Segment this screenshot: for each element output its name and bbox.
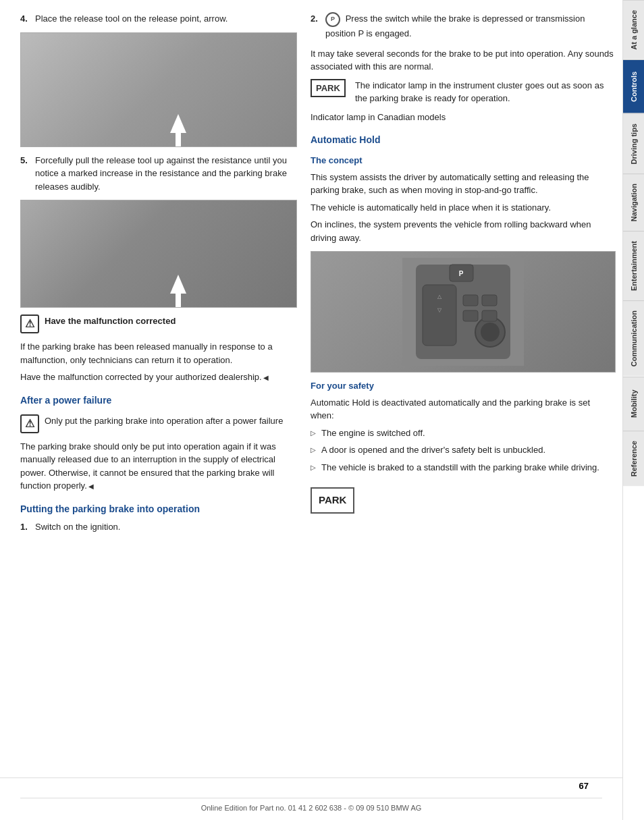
warning-para2: Have the malfunction corrected by your a… [20, 371, 297, 384]
arrow-line-2 [176, 294, 181, 307]
step-4: 4. Place the release tool on the release… [20, 12, 297, 26]
concept-para1: This system assists the driver by automa… [311, 171, 616, 197]
step-1-putting-num: 1. [20, 520, 31, 534]
arrow-icon [170, 114, 186, 133]
tab-at-a-glance[interactable]: At a glance [623, 0, 644, 59]
warning-power-text: Only put the parking brake into operatio… [45, 414, 283, 428]
center-console-image: P △ ▽ [311, 251, 616, 373]
main-content: 4. Place the release tool on the release… [0, 0, 622, 820]
warning-text-block: Have the malfunction corrected [45, 315, 176, 328]
svg-text:▽: ▽ [437, 307, 442, 313]
subsection-heading-safety: For your safety [311, 379, 616, 393]
tab-reference[interactable]: Reference [623, 431, 644, 486]
bullet-item-3: The vehicle is braked to a standstill wi… [311, 461, 616, 474]
power-failure-para: The parking brake should only be put int… [20, 440, 297, 493]
warning-icon-1: ⚠ [20, 315, 39, 333]
svg-text:P: P [459, 270, 464, 277]
park-note-label: Indicator lamp in Canadian models [311, 111, 616, 124]
step-5-text: Forcefully pull the release tool up agai… [35, 154, 297, 194]
svg-rect-9 [463, 295, 478, 306]
center-console-svg: P △ ▽ [402, 258, 524, 366]
park-badge-1: PARK [311, 79, 346, 98]
step-4-num: 4. [20, 12, 31, 26]
step-5-num: 5. [20, 154, 31, 194]
tab-entertainment[interactable]: Entertainment [623, 231, 644, 300]
page-footer-block: 67 Online Edition for Part no. 01 41 2 6… [0, 777, 622, 820]
step5-image [20, 200, 297, 308]
warning-para1: If the parking brake has been released m… [20, 340, 297, 366]
step-2-num: 2. [311, 12, 321, 40]
right-column: 2. P Press the switch while the brake is… [311, 12, 622, 808]
left-column: 4. Place the release tool on the release… [20, 12, 311, 808]
footer-text: Online Edition for Part no. 01 41 2 602 … [20, 798, 602, 815]
tab-driving-tips[interactable]: Driving tips [623, 113, 644, 174]
svg-rect-10 [482, 295, 497, 306]
concept-para2: The vehicle is automatically held in pla… [311, 201, 616, 215]
subsection-heading-concept: The concept [311, 154, 616, 167]
park-badge-bottom: PARK [311, 487, 354, 514]
step4-image [20, 32, 297, 147]
section-heading-putting: Putting the parking brake into operation [20, 502, 297, 516]
warning-title-1: Have the malfunction corrected [45, 316, 176, 326]
bullet-1-text: The engine is switched off. [321, 428, 425, 438]
bullet-3-text: The vehicle is braked to a standstill wi… [321, 462, 599, 472]
tab-navigation[interactable]: Navigation [623, 173, 644, 231]
tab-mobility[interactable]: Mobility [623, 377, 644, 431]
warning-malfunction: ⚠ Have the malfunction corrected [20, 315, 297, 333]
park-badge-bottom-block: PARK [311, 481, 616, 520]
bullet-item-2: A door is opened and the driver's safety… [311, 443, 616, 457]
warning-power-title: Only put the parking brake into operatio… [45, 416, 283, 426]
step-4-text: Place the release tool on the release po… [35, 12, 227, 26]
step-2: 2. P Press the switch while the brake is… [311, 12, 616, 40]
step-5: 5. Forcefully pull the release tool up a… [20, 154, 297, 194]
switch-icon: P [325, 12, 340, 27]
park-note-text: The indicator lamp in the instrument clu… [355, 79, 616, 105]
step-2-content: P Press the switch while the brake is de… [325, 12, 616, 40]
step-2-text: Press the switch while the brake is depr… [325, 13, 585, 38]
step-1-putting-text: Switch on the ignition. [35, 520, 120, 534]
svg-text:△: △ [437, 294, 442, 300]
park-note-block: PARK The indicator lamp in the instrumen… [311, 79, 616, 105]
brake-note-para: It may take several seconds for the brak… [311, 47, 616, 74]
bullet-2-text: A door is opened and the driver's safety… [321, 445, 545, 455]
arrow-icon-2 [170, 275, 186, 294]
svg-rect-12 [482, 310, 497, 321]
warning-power-failure: ⚠ Only put the parking brake into operat… [20, 414, 297, 433]
safety-bullet-list: The engine is switched off. A door is op… [311, 427, 616, 474]
tab-communication[interactable]: Communication [623, 300, 644, 376]
page-number: 67 [20, 781, 602, 791]
side-tab-bar: At a glance Controls Driving tips Naviga… [622, 0, 644, 820]
concept-para3: On inclines, the system prevents the veh… [311, 218, 616, 244]
safety-intro: Automatic Hold is deactivated automatica… [311, 396, 616, 422]
section-heading-power-failure: After a power failure [20, 393, 297, 408]
step-1-putting: 1. Switch on the ignition. [20, 520, 297, 534]
warning-icon-2: ⚠ [20, 414, 39, 433]
section-heading-automatic-hold: Automatic Hold [311, 133, 616, 147]
bullet-item-1: The engine is switched off. [311, 427, 616, 440]
svg-rect-11 [463, 310, 478, 321]
svg-point-3 [481, 323, 500, 341]
tab-controls[interactable]: Controls [623, 59, 644, 113]
arrow-line [176, 133, 181, 146]
